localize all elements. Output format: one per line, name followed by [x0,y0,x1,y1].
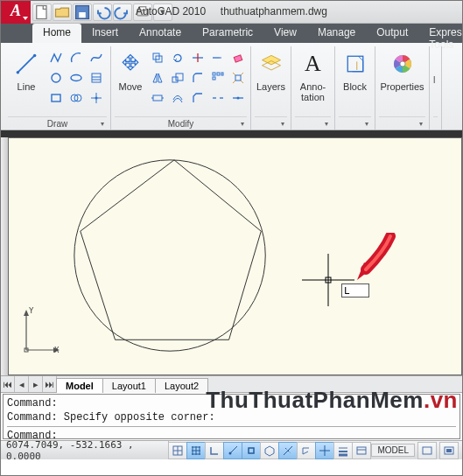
drawing-canvas[interactable]: Y X [8,137,462,375]
status-tray-icon[interactable] [417,442,437,459]
layout-tab-layout1[interactable]: Layout1 [102,378,156,393]
application-menu-button[interactable]: A [1,1,31,24]
status-tray-icon[interactable] [439,442,459,459]
rotate-icon[interactable] [168,48,187,67]
move-button[interactable]: Move [115,48,146,94]
tab-manage[interactable]: Manage [307,24,366,43]
line-button[interactable]: Line [8,48,45,94]
circle-icon[interactable] [46,68,66,88]
ucs-x-label: X [54,346,59,354]
svg-marker-26 [153,74,157,82]
spline-icon[interactable] [87,48,106,67]
tab-home[interactable]: Home [32,24,81,43]
arc-icon[interactable] [67,48,86,67]
layout-nav-first[interactable]: ⏮ [1,376,15,392]
otrack-toggle[interactable] [278,442,298,459]
explode-icon[interactable] [228,68,248,88]
color-wheel-icon [389,50,417,78]
line-icon [12,50,40,78]
tab-annotate[interactable]: Annotate [129,24,192,43]
command-prompt-line[interactable]: Command: [7,426,456,443]
status-toggles [169,441,371,459]
array-icon[interactable] [208,68,228,88]
ellipse-icon[interactable] [67,68,86,88]
qat-new-icon[interactable] [32,4,52,21]
grid-toggle[interactable] [186,442,206,459]
panel-draw-title[interactable]: Draw▾ [8,116,107,130]
region-icon[interactable] [67,88,86,108]
move-label: Move [119,81,143,92]
layout-tab-model[interactable]: Model [56,378,103,393]
annotation-button[interactable]: A Anno- tation [295,48,331,104]
qat-open-icon[interactable] [53,4,72,21]
copy-icon[interactable] [148,48,167,67]
polar-toggle[interactable] [223,442,242,459]
qat-dropdown-icon[interactable]: ▾ [153,4,172,21]
block-label: Block [343,81,367,92]
extend-icon[interactable] [208,48,228,67]
ducs-toggle[interactable] [297,442,316,459]
svg-rect-4 [139,6,146,10]
rectangle-icon[interactable] [46,88,66,108]
model-space-button[interactable]: MODEL [371,444,415,457]
hatch-icon[interactable] [87,68,106,88]
ribbon-tab-strip: Home Insert Annotate Parametric View Man… [1,24,462,43]
erase-icon[interactable] [228,48,248,67]
panel-modify: Move Modify▾ [111,46,251,130]
snap-toggle[interactable] [168,442,187,459]
tab-insert[interactable]: Insert [81,24,129,43]
qp-toggle[interactable] [352,442,371,459]
svg-point-8 [52,74,60,82]
dynamic-input[interactable] [341,284,369,298]
command-history-line: Command: [7,396,456,410]
layout-tab-layout2[interactable]: Layout2 [155,378,208,393]
break-icon[interactable] [208,88,228,108]
osnap-toggle[interactable] [242,442,261,459]
mirror-icon[interactable] [148,68,167,88]
svg-line-5 [18,55,34,72]
panel-layers: Layers ▾ [251,46,291,130]
file-name: thuthuatphanmem.dwg [221,5,327,18]
svg-marker-69 [265,446,274,456]
tab-output[interactable]: Output [366,24,418,43]
panel-modify-title[interactable]: Modify▾ [115,116,247,130]
ortho-toggle[interactable] [205,442,224,459]
tab-parametric[interactable]: Parametric [192,24,263,43]
offset-icon[interactable] [168,88,187,108]
svg-rect-79 [423,447,431,454]
qat-plot-icon[interactable] [133,4,152,21]
qat-redo-icon[interactable] [113,4,132,21]
command-history-line: Command: Specify opposite corner: [7,410,456,424]
chamfer-icon[interactable] [188,88,207,108]
point-icon[interactable] [87,88,106,108]
svg-rect-31 [217,73,220,75]
scale-icon[interactable] [168,68,187,88]
trim-icon[interactable] [188,48,207,67]
svg-rect-2 [79,12,86,18]
polyline-icon[interactable] [46,48,66,67]
svg-line-37 [233,80,235,83]
layout-nav-prev[interactable]: ◂ [15,376,29,392]
tab-express[interactable]: Express Tools [418,24,463,43]
lineweight-toggle[interactable] [333,442,353,459]
svg-marker-53 [81,160,261,340]
layout-nav-next[interactable]: ▸ [29,376,43,392]
ucs-y-label: Y [29,306,33,315]
osnap3d-toggle[interactable] [260,442,279,459]
dyn-toggle[interactable] [315,442,334,459]
command-window[interactable]: Command: Command: Specify opposite corne… [3,394,460,439]
properties-button[interactable]: Properties [378,48,425,94]
title-bar: A ▾ AutoCAD 2010 thuthuatphanmem.dwg [1,1,462,24]
qat-save-icon[interactable] [73,4,92,21]
layout-nav-last[interactable]: ⏭ [43,376,57,392]
layers-button[interactable]: Layers [255,48,287,94]
tab-view[interactable]: View [263,24,307,43]
coordinates-readout[interactable]: 6074.7049, -532.1663 , 0.0000 [1,441,169,459]
stretch-icon[interactable] [148,88,167,108]
fillet-icon[interactable] [188,68,207,88]
block-button[interactable]: Block [339,48,371,94]
vertical-scrollbar[interactable] [1,137,8,375]
qat-undo-icon[interactable] [93,4,112,21]
join-icon[interactable] [228,88,248,108]
app-logo-letter: A [11,2,21,20]
